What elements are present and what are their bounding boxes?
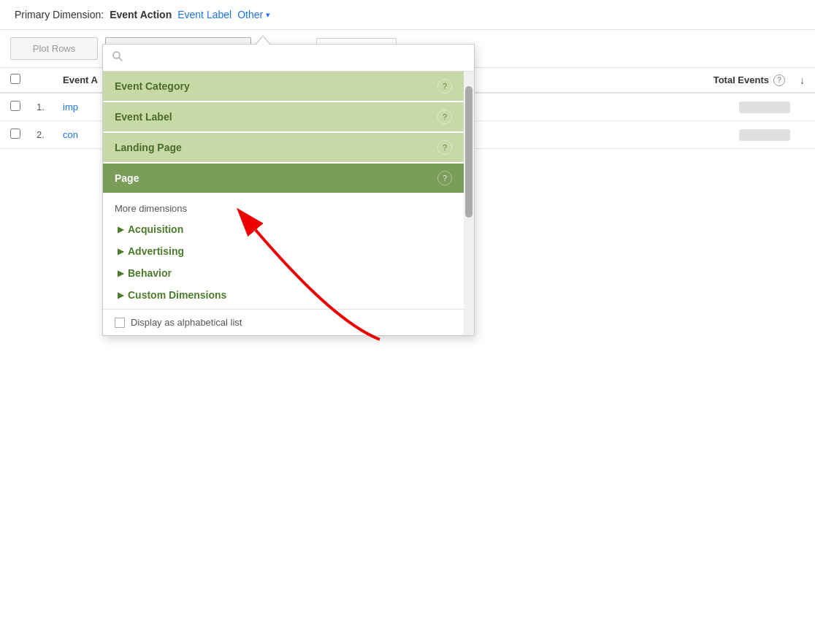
dim-item-page-help-icon[interactable]: ?: [437, 171, 452, 185]
row-1-blurred-value: [739, 101, 790, 113]
primary-dimension-label: Primary Dimension:: [15, 9, 104, 20]
dim-item-landing-page[interactable]: Landing Page ?: [103, 133, 464, 164]
more-dimensions-title: More dimensions: [115, 203, 452, 214]
acquisition-label: Acquisition: [128, 223, 183, 235]
dim-item-page-label: Page: [115, 172, 139, 184]
svg-line-1: [119, 58, 122, 61]
dim-item-event-label-help-icon[interactable]: ?: [437, 110, 452, 124]
dim-expandable-behavior[interactable]: ▶ Behavior: [115, 262, 452, 284]
dim-item-event-category[interactable]: Event Category ?: [103, 72, 464, 102]
row-2-checkbox-col: [10, 129, 37, 141]
dim-item-event-category-help-icon[interactable]: ?: [437, 79, 452, 93]
acquisition-expand-icon: ▶: [118, 225, 123, 234]
other-dropdown-arrow-icon: ▾: [266, 10, 270, 20]
secondary-dimension-dropdown: Event Category ? Event Label ? Landing P…: [102, 44, 475, 336]
advertising-label: Advertising: [128, 245, 184, 257]
dim-expandable-custom-dimensions[interactable]: ▶ Custom Dimensions: [115, 284, 452, 306]
row-2-value: [732, 129, 790, 141]
custom-dimensions-label: Custom Dimensions: [128, 289, 226, 301]
sort-down-icon[interactable]: ↓: [800, 74, 805, 86]
row-2-num: 2.: [37, 129, 63, 140]
search-icon: [112, 50, 123, 65]
dropdown-content-scroll: Event Category ? Event Label ? Landing P…: [103, 72, 474, 335]
scrollbar-track[interactable]: [464, 72, 474, 335]
scrollbar-thumb[interactable]: [465, 86, 472, 218]
alphabetical-checkbox[interactable]: [115, 318, 125, 328]
row-1-value: [732, 101, 790, 113]
more-dimensions-section: More dimensions ▶ Acquisition ▶ Advertis…: [103, 194, 464, 309]
behavior-expand-icon: ▶: [118, 269, 123, 278]
row-2-blurred-value: [739, 129, 790, 141]
dim-item-event-category-label: Event Category: [115, 80, 190, 92]
event-label-link[interactable]: Event Label: [177, 9, 232, 20]
dropdown-items-col: Event Category ? Event Label ? Landing P…: [103, 72, 464, 335]
other-dropdown[interactable]: Other ▾: [237, 9, 270, 20]
dim-item-event-label-label: Event Label: [115, 111, 172, 123]
dim-item-landing-page-label: Landing Page: [115, 142, 182, 153]
total-events-header: Total Events ?: [713, 74, 785, 86]
dropdown-caret: [256, 35, 270, 44]
primary-dimension-bar: Primary Dimension: Event Action Event La…: [0, 0, 815, 30]
select-all-checkbox[interactable]: [10, 74, 20, 84]
advertising-expand-icon: ▶: [118, 247, 123, 256]
row-1-checkbox[interactable]: [10, 101, 20, 111]
active-dimension: Event Action: [110, 9, 172, 20]
custom-dimensions-expand-icon: ▶: [118, 291, 123, 300]
dim-expandable-acquisition[interactable]: ▶ Acquisition: [115, 218, 452, 240]
header-checkbox-col: [10, 74, 37, 86]
row-1-checkbox-col: [10, 101, 37, 113]
dim-item-event-label[interactable]: Event Label ?: [103, 102, 464, 133]
search-input[interactable]: [129, 52, 465, 64]
alphabetical-label: Display as alphabetical list: [131, 317, 242, 328]
behavior-label: Behavior: [128, 267, 172, 279]
other-label: Other: [237, 9, 263, 20]
total-events-help-icon[interactable]: ?: [773, 74, 785, 86]
dim-expandable-advertising[interactable]: ▶ Advertising: [115, 240, 452, 262]
plot-rows-button[interactable]: Plot Rows: [10, 37, 98, 60]
dim-item-page[interactable]: Page ?: [103, 164, 464, 194]
row-1-num: 1.: [37, 101, 63, 112]
dim-item-landing-page-help-icon[interactable]: ?: [437, 140, 452, 155]
row-2-checkbox[interactable]: [10, 129, 20, 139]
dropdown-search-row: [103, 45, 474, 72]
dropdown-footer: Display as alphabetical list: [103, 309, 464, 335]
